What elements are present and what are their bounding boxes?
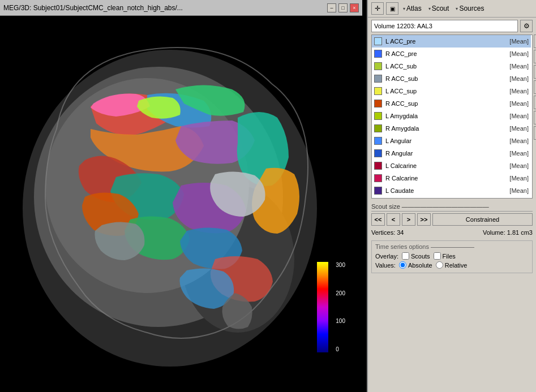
constrained-button[interactable]: Constrained	[432, 213, 533, 226]
files-checkbox-label[interactable]: Files	[434, 252, 456, 260]
volume-label: Volume: 1.81 cm3	[483, 229, 533, 236]
sources-menu[interactable]: ▾ Sources	[453, 3, 486, 14]
scout-color-box	[374, 37, 382, 45]
gear-icon: ⚙	[524, 22, 530, 30]
scout-item[interactable]: R ACC_sub[Mean]	[372, 72, 531, 85]
scout-item[interactable]: R Caudate[Mean]	[372, 197, 531, 199]
scout-item[interactable]: L ACC_sup[Mean]	[372, 85, 531, 97]
scout-name: R ACC_sup	[385, 100, 509, 107]
scout-color-box	[374, 75, 382, 83]
values-label: Values:	[375, 262, 396, 269]
brain-icon-button[interactable]: ▣	[386, 2, 398, 15]
nav-next-button[interactable]: >	[402, 213, 415, 226]
vertices-info: Vertices: 34 Volume: 1.81 cm3	[371, 228, 533, 237]
scout-color-box	[374, 162, 382, 170]
scout-color-box	[374, 174, 382, 182]
absolute-radio-label[interactable]: Absolute	[399, 261, 432, 269]
scout-name: L Calcarine	[385, 162, 509, 169]
scout-method: [Mean]	[509, 88, 529, 94]
brain-icon: ▣	[390, 6, 395, 12]
scout-item[interactable]: R Amygdala[Mean]	[372, 122, 531, 135]
scout-item[interactable]: L Angular[Mean]	[372, 135, 531, 147]
scale-labels: 300 200 100 0	[336, 262, 345, 352]
volume-icon-button[interactable]: ⚙	[520, 20, 533, 32]
scout-list-container[interactable]: L ACC_pre[Mean]R ACC_pre[Mean]L ACC_sub[…	[371, 35, 533, 199]
scout-item[interactable]: R Calcarine[Mean]	[372, 172, 531, 184]
toolbar: ✛ ▣ ▾ Atlas ▾ Scout ▾ Sources	[368, 0, 536, 18]
scale-value-0: 0	[336, 346, 345, 352]
nav-first-button[interactable]: <<	[371, 213, 385, 226]
scouts-checkbox-label[interactable]: Scouts	[402, 252, 430, 260]
scout-item[interactable]: R Angular[Mean]	[372, 147, 531, 160]
time-series-section: Time series options ——————— Overlay: Sco…	[371, 240, 533, 273]
scout-item[interactable]: R ACC_sup[Mean]	[372, 97, 531, 110]
relative-radio[interactable]	[436, 261, 443, 269]
maximize-button[interactable]: □	[338, 3, 348, 12]
files-checkbox[interactable]	[434, 252, 441, 260]
scout-name: R ACC_pre	[385, 50, 509, 57]
right-panel: ✛ ▣ ▾ Atlas ▾ Scout ▾ Sources Volume 122…	[367, 0, 536, 392]
scout-color-box	[374, 187, 382, 195]
nav-last-button[interactable]: >>	[417, 213, 431, 226]
crosshair-icon-button[interactable]: ✛	[371, 2, 384, 15]
sources-label: Sources	[459, 5, 484, 12]
scout-method: [Mean]	[509, 187, 529, 194]
atlas-menu[interactable]: ▾ Atlas	[401, 3, 424, 14]
square-button[interactable]: ■	[534, 65, 536, 79]
overlay-label: Overlay:	[375, 253, 398, 260]
scout-color-box	[374, 124, 382, 132]
scout-method: [Mean]	[509, 175, 529, 182]
small-rect-button[interactable]: ▪	[534, 111, 536, 124]
color-scale-bar	[317, 262, 328, 352]
window-title: MEG/3D: Subject01/SubjectCMC_clean_notch…	[3, 4, 183, 12]
scout-name: R ACC_sub	[385, 75, 509, 82]
scout-method: [Mean]	[509, 125, 529, 132]
scout-color-box	[374, 137, 382, 145]
scout-color-box	[374, 100, 382, 107]
scale-value-300: 300	[336, 262, 345, 268]
values-row: Values: Absolute Relative	[375, 261, 529, 269]
scout-method: [Mean]	[509, 50, 529, 57]
volume-select[interactable]: Volume 12203: AAL3	[371, 20, 518, 32]
scout-color-box	[374, 149, 382, 157]
sources-arrow: ▾	[456, 6, 458, 11]
scout-item[interactable]: L ACC_sub[Mean]	[372, 60, 531, 72]
scout-method: [Mean]	[509, 137, 529, 144]
vertices-label: Vertices: 34	[371, 229, 404, 236]
scout-item[interactable]: L Amygdala[Mean]	[372, 110, 531, 122]
scouts-checkbox[interactable]	[402, 252, 409, 260]
scout-name: R Calcarine	[385, 175, 509, 182]
scout-method: [Mean]	[509, 113, 529, 119]
scout-size-section: Scout size —————————————— << < > >> Cons…	[371, 203, 533, 237]
scout-name: L ACC_sub	[385, 63, 509, 70]
nav-prev-button[interactable]: <	[387, 213, 400, 226]
title-bar: MEG/3D: Subject01/SubjectCMC_clean_notch…	[0, 0, 362, 16]
scout-method: [Mean]	[509, 63, 529, 70]
scout-name: L Amygdala	[385, 113, 509, 119]
circle-button[interactable]: ●	[534, 80, 536, 94]
scout-item[interactable]: R ACC_pre[Mean]	[372, 48, 531, 60]
scout-name: L Angular	[385, 137, 509, 144]
absolute-radio[interactable]	[399, 261, 406, 269]
all-button[interactable]: ALL	[534, 35, 536, 48]
scout-method: [Mean]	[509, 162, 529, 169]
scout-name: L ACC_sup	[385, 88, 509, 94]
scout-item[interactable]: L ACC_pre[Mean]	[372, 35, 531, 48]
relative-radio-label[interactable]: Relative	[436, 261, 468, 269]
scout-method: [Mean]	[509, 150, 529, 157]
check-button[interactable]: □	[534, 126, 536, 140]
close-button[interactable]: ×	[350, 3, 359, 12]
sel-button[interactable]: SEL	[534, 50, 536, 63]
brain-canvas[interactable]: 300 200 100 0 pA.m	[0, 16, 362, 392]
rect-button[interactable]: ▬	[534, 96, 536, 109]
main-3d-view[interactable]: 300 200 100 0 pA.m	[0, 16, 362, 392]
minimize-button[interactable]: –	[327, 3, 336, 12]
brain-svg	[0, 16, 362, 392]
scout-item[interactable]: L Caudate[Mean]	[372, 184, 531, 197]
color-scale: 300 200 100 0 pA.m	[317, 262, 328, 375]
scout-menu[interactable]: ▾ Scout	[426, 3, 452, 14]
scout-size-controls: << < > >> Constrained	[371, 213, 533, 226]
scout-label: Scout	[432, 5, 449, 12]
scout-name: R Amygdala	[385, 125, 509, 132]
scout-item[interactable]: L Calcarine[Mean]	[372, 160, 531, 172]
